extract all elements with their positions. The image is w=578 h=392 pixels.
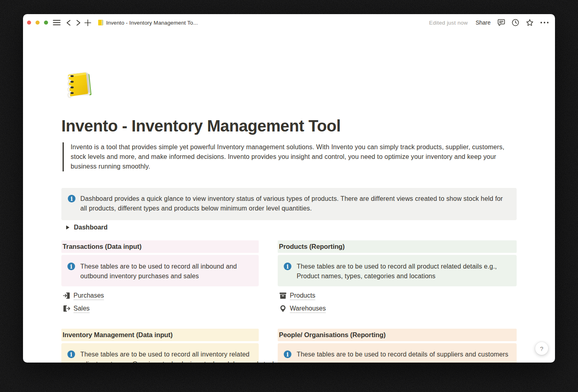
- section-heading-people-organisations: People/ Organisations (Reporting): [278, 329, 517, 341]
- toggle-arrow-icon[interactable]: [66, 225, 69, 229]
- people-organisations-callout: i These tables are to be used to record …: [278, 343, 517, 363]
- section-heading-transactions: Transactions (Data input): [61, 240, 259, 253]
- section-heading-inventory-management: Inventory Management (Data input): [61, 329, 259, 341]
- products-callout: i These tables are to be used to record …: [278, 255, 517, 286]
- more-options-icon[interactable]: [540, 22, 549, 24]
- page-link-products[interactable]: Products: [279, 291, 315, 300]
- info-icon: i: [68, 195, 75, 202]
- page-content: Invento - Inventory Management Tool Inve…: [61, 14, 517, 363]
- dashboard-info-callout: i Dashboard provides a quick glance to v…: [61, 188, 517, 220]
- page-icon-large[interactable]: [64, 70, 93, 99]
- page-link-purchases[interactable]: Purchases: [63, 291, 104, 300]
- dashboard-toggle[interactable]: Dashboard: [61, 222, 108, 233]
- archive-box-icon: [279, 292, 287, 299]
- svg-text:i: i: [287, 263, 289, 270]
- inventory-management-callout: i These tables are to be used to record …: [61, 343, 259, 363]
- info-icon: i: [67, 350, 75, 358]
- quote-block: Invento is a tool that provides simple y…: [63, 142, 515, 171]
- favorite-star-icon[interactable]: [526, 19, 534, 26]
- notion-window: Invento - Inventory Management To... Edi…: [23, 14, 555, 363]
- svg-text:i: i: [71, 196, 73, 202]
- sign-out-icon: [63, 305, 70, 312]
- help-button[interactable]: ?: [535, 342, 548, 355]
- minimize-window-button[interactable]: [36, 21, 40, 25]
- info-icon: i: [67, 263, 75, 270]
- location-pin-icon: [279, 305, 287, 312]
- sidebar-menu-icon[interactable]: [53, 20, 61, 25]
- svg-text:i: i: [287, 351, 289, 358]
- page-link-sales[interactable]: Sales: [63, 304, 90, 313]
- info-icon: i: [284, 263, 291, 270]
- section-heading-products: Products (Reporting): [278, 240, 517, 253]
- sign-in-icon: [63, 292, 70, 299]
- close-window-button[interactable]: [27, 21, 31, 25]
- svg-text:i: i: [70, 263, 72, 270]
- transactions-callout: i These tables are to be used to record …: [61, 255, 259, 286]
- maximize-window-button[interactable]: [44, 21, 48, 25]
- page-title: Invento - Inventory Management Tool: [61, 117, 517, 135]
- info-icon: i: [284, 350, 291, 358]
- svg-text:i: i: [70, 351, 72, 358]
- page-link-warehouses[interactable]: Warehouses: [279, 304, 326, 313]
